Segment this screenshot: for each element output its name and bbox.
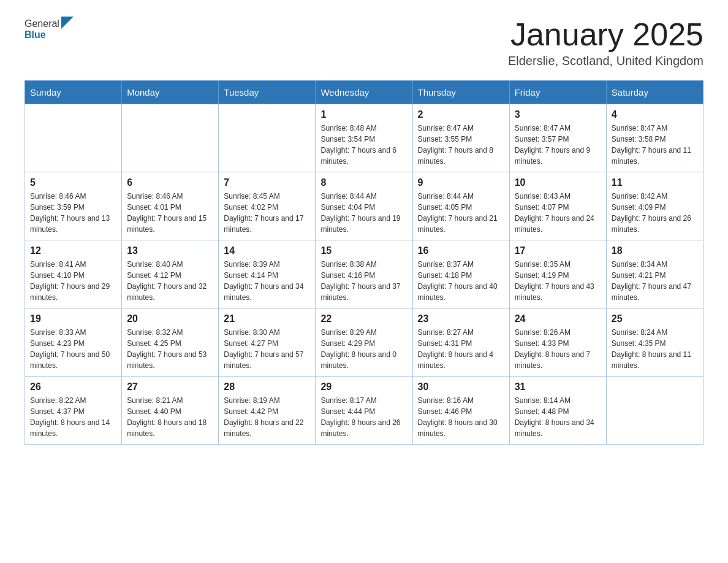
- day-number: 11: [612, 177, 698, 188]
- day-info: Sunrise: 8:30 AMSunset: 4:27 PMDaylight:…: [224, 327, 310, 371]
- location-text: Elderslie, Scotland, United Kingdom: [508, 54, 703, 68]
- day-info: Sunrise: 8:39 AMSunset: 4:14 PMDaylight:…: [224, 259, 310, 303]
- day-number: 14: [224, 245, 310, 256]
- col-header-friday: Friday: [509, 81, 606, 104]
- day-info: Sunrise: 8:21 AMSunset: 4:40 PMDaylight:…: [127, 395, 213, 439]
- calendar-cell: 3Sunrise: 8:47 AMSunset: 3:57 PMDaylight…: [509, 104, 606, 172]
- calendar-week-5: 26Sunrise: 8:22 AMSunset: 4:37 PMDayligh…: [25, 377, 703, 445]
- calendar-cell: 20Sunrise: 8:32 AMSunset: 4:25 PMDayligh…: [122, 308, 219, 377]
- calendar-cell: 14Sunrise: 8:39 AMSunset: 4:14 PMDayligh…: [219, 240, 316, 308]
- day-info: Sunrise: 8:35 AMSunset: 4:19 PMDaylight:…: [515, 259, 601, 303]
- calendar-cell: 26Sunrise: 8:22 AMSunset: 4:37 PMDayligh…: [25, 377, 122, 445]
- day-number: 13: [127, 245, 213, 256]
- day-info: Sunrise: 8:19 AMSunset: 4:42 PMDaylight:…: [224, 395, 310, 439]
- day-info: Sunrise: 8:33 AMSunset: 4:23 PMDaylight:…: [30, 327, 116, 371]
- day-number: 28: [224, 381, 310, 393]
- calendar-cell: 19Sunrise: 8:33 AMSunset: 4:23 PMDayligh…: [25, 308, 122, 377]
- calendar-table: SundayMondayTuesdayWednesdayThursdayFrid…: [25, 80, 703, 445]
- calendar-cell: 27Sunrise: 8:21 AMSunset: 4:40 PMDayligh…: [122, 377, 219, 445]
- day-number: 29: [320, 381, 407, 393]
- calendar-week-2: 5Sunrise: 8:46 AMSunset: 3:59 PMDaylight…: [25, 172, 703, 240]
- calendar-week-1: 1Sunrise: 8:48 AMSunset: 3:54 PMDaylight…: [25, 104, 703, 172]
- calendar-cell: 23Sunrise: 8:27 AMSunset: 4:31 PMDayligh…: [412, 308, 509, 377]
- calendar-week-4: 19Sunrise: 8:33 AMSunset: 4:23 PMDayligh…: [25, 308, 703, 377]
- calendar-cell: 13Sunrise: 8:40 AMSunset: 4:12 PMDayligh…: [122, 240, 219, 308]
- calendar-cell: 1Sunrise: 8:48 AMSunset: 3:54 PMDaylight…: [316, 104, 412, 172]
- calendar-cell: 10Sunrise: 8:43 AMSunset: 4:07 PMDayligh…: [509, 172, 606, 240]
- day-info: Sunrise: 8:37 AMSunset: 4:18 PMDaylight:…: [418, 259, 504, 303]
- day-number: 20: [127, 313, 213, 324]
- col-header-wednesday: Wednesday: [316, 81, 412, 104]
- day-number: 15: [320, 245, 407, 256]
- day-number: 16: [418, 245, 504, 256]
- logo-general-text: General: [25, 18, 59, 29]
- day-info: Sunrise: 8:46 AMSunset: 3:59 PMDaylight:…: [30, 191, 116, 235]
- day-number: 26: [30, 381, 116, 393]
- day-info: Sunrise: 8:14 AMSunset: 4:48 PMDaylight:…: [515, 395, 601, 439]
- calendar-cell: 29Sunrise: 8:17 AMSunset: 4:44 PMDayligh…: [316, 377, 412, 445]
- logo-triangle-icon: [61, 17, 74, 29]
- calendar-cell: 30Sunrise: 8:16 AMSunset: 4:46 PMDayligh…: [412, 377, 509, 445]
- calendar-cell: 8Sunrise: 8:44 AMSunset: 4:04 PMDaylight…: [316, 172, 412, 240]
- calendar-cell: 9Sunrise: 8:44 AMSunset: 4:05 PMDaylight…: [412, 172, 509, 240]
- calendar-cell: [25, 104, 122, 172]
- calendar-cell: [122, 104, 219, 172]
- day-info: Sunrise: 8:34 AMSunset: 4:21 PMDaylight:…: [612, 259, 698, 303]
- day-info: Sunrise: 8:44 AMSunset: 4:04 PMDaylight:…: [320, 191, 407, 235]
- col-header-monday: Monday: [122, 81, 219, 104]
- calendar-header-row: SundayMondayTuesdayWednesdayThursdayFrid…: [25, 81, 703, 104]
- day-number: 4: [612, 109, 698, 120]
- calendar-cell: 21Sunrise: 8:30 AMSunset: 4:27 PMDayligh…: [219, 308, 316, 377]
- day-info: Sunrise: 8:32 AMSunset: 4:25 PMDaylight:…: [127, 327, 213, 371]
- calendar-cell: [606, 377, 703, 445]
- month-title: January 2025: [508, 18, 703, 50]
- calendar-cell: 12Sunrise: 8:41 AMSunset: 4:10 PMDayligh…: [25, 240, 122, 308]
- col-header-saturday: Saturday: [606, 81, 703, 104]
- col-header-thursday: Thursday: [412, 81, 509, 104]
- day-number: 18: [612, 245, 698, 256]
- day-number: 6: [127, 177, 213, 188]
- calendar-cell: 24Sunrise: 8:26 AMSunset: 4:33 PMDayligh…: [509, 308, 606, 377]
- calendar-cell: 4Sunrise: 8:47 AMSunset: 3:58 PMDaylight…: [606, 104, 703, 172]
- day-info: Sunrise: 8:24 AMSunset: 4:35 PMDaylight:…: [612, 327, 698, 371]
- day-number: 21: [224, 313, 310, 324]
- day-number: 8: [320, 177, 407, 188]
- day-info: Sunrise: 8:27 AMSunset: 4:31 PMDaylight:…: [418, 327, 504, 371]
- day-number: 25: [612, 313, 698, 324]
- calendar-cell: 25Sunrise: 8:24 AMSunset: 4:35 PMDayligh…: [606, 308, 703, 377]
- day-info: Sunrise: 8:47 AMSunset: 3:58 PMDaylight:…: [612, 123, 698, 167]
- day-number: 24: [515, 313, 601, 324]
- day-number: 5: [30, 177, 116, 188]
- day-number: 19: [30, 313, 116, 324]
- day-info: Sunrise: 8:46 AMSunset: 4:01 PMDaylight:…: [127, 191, 213, 235]
- day-info: Sunrise: 8:38 AMSunset: 4:16 PMDaylight:…: [320, 259, 407, 303]
- day-info: Sunrise: 8:22 AMSunset: 4:37 PMDaylight:…: [30, 395, 116, 439]
- day-number: 7: [224, 177, 310, 188]
- calendar-week-3: 12Sunrise: 8:41 AMSunset: 4:10 PMDayligh…: [25, 240, 703, 308]
- page-header: General Blue January 2025 Elderslie, Sco…: [25, 18, 703, 68]
- day-info: Sunrise: 8:48 AMSunset: 3:54 PMDaylight:…: [320, 123, 407, 167]
- day-number: 9: [418, 177, 504, 188]
- logo: General Blue: [25, 18, 74, 40]
- day-number: 1: [320, 109, 407, 120]
- calendar-cell: 31Sunrise: 8:14 AMSunset: 4:48 PMDayligh…: [509, 377, 606, 445]
- calendar-cell: 22Sunrise: 8:29 AMSunset: 4:29 PMDayligh…: [316, 308, 412, 377]
- calendar-cell: [219, 104, 316, 172]
- day-info: Sunrise: 8:40 AMSunset: 4:12 PMDaylight:…: [127, 259, 213, 303]
- day-number: 10: [515, 177, 601, 188]
- day-info: Sunrise: 8:26 AMSunset: 4:33 PMDaylight:…: [515, 327, 601, 371]
- calendar-cell: 16Sunrise: 8:37 AMSunset: 4:18 PMDayligh…: [412, 240, 509, 308]
- col-header-sunday: Sunday: [25, 81, 122, 104]
- day-number: 12: [30, 245, 116, 256]
- day-info: Sunrise: 8:44 AMSunset: 4:05 PMDaylight:…: [418, 191, 504, 235]
- logo-blue-text: Blue: [25, 29, 74, 40]
- day-info: Sunrise: 8:47 AMSunset: 3:55 PMDaylight:…: [418, 123, 504, 167]
- day-info: Sunrise: 8:42 AMSunset: 4:09 PMDaylight:…: [612, 191, 698, 235]
- calendar-cell: 11Sunrise: 8:42 AMSunset: 4:09 PMDayligh…: [606, 172, 703, 240]
- day-info: Sunrise: 8:17 AMSunset: 4:44 PMDaylight:…: [320, 395, 407, 439]
- calendar-cell: 17Sunrise: 8:35 AMSunset: 4:19 PMDayligh…: [509, 240, 606, 308]
- col-header-tuesday: Tuesday: [219, 81, 316, 104]
- calendar-cell: 2Sunrise: 8:47 AMSunset: 3:55 PMDaylight…: [412, 104, 509, 172]
- day-number: 27: [127, 381, 213, 393]
- calendar-cell: 28Sunrise: 8:19 AMSunset: 4:42 PMDayligh…: [219, 377, 316, 445]
